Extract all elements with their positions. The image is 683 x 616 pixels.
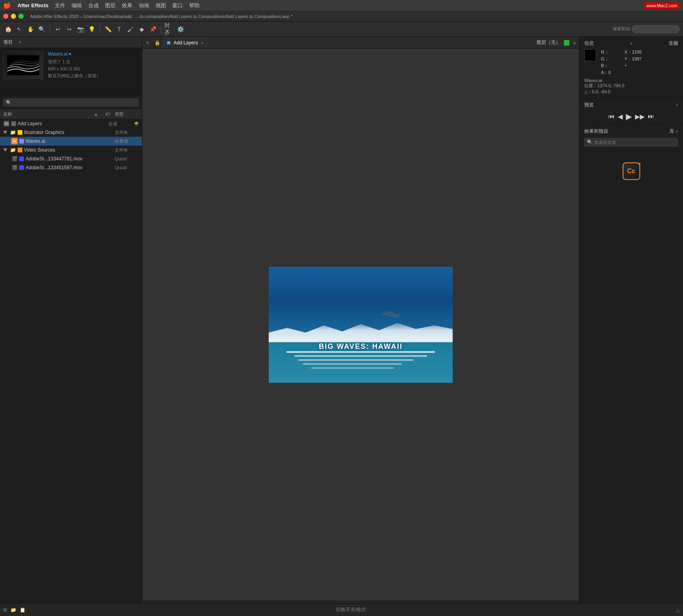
bottom-icon-2[interactable]: 📁: [10, 607, 16, 613]
page-bottom-bar: ⊞ 📁 📋 切换开关/模式 △: [0, 603, 683, 616]
info-section: 信息 ≡ 音频 R： X：1295 G： Y：1397 B： + A：0: [579, 37, 683, 98]
frame-fwd-button[interactable]: ▶▶: [635, 113, 645, 120]
label-color: [19, 139, 24, 144]
switch-mode-label[interactable]: 切换开关/模式: [29, 606, 673, 613]
folder-icon: 📁: [10, 129, 16, 136]
green-square-indicator: [564, 40, 569, 46]
file-type-label: Quick!: [115, 165, 139, 170]
file-name-label: Add Layers: [18, 121, 107, 126]
home-icon[interactable]: 🏠: [3, 24, 13, 34]
hand-icon[interactable]: ✋: [26, 24, 35, 34]
bottom-icon-1[interactable]: ⊞: [3, 607, 7, 613]
expand-icon[interactable]: △: [676, 607, 680, 613]
cc-close-icon[interactable]: ✕: [638, 162, 641, 166]
file-name-label: Waves.ai: [26, 138, 113, 144]
menu-view[interactable]: 视图: [156, 2, 166, 9]
comp-tab-menu[interactable]: ≡: [201, 41, 204, 45]
menu-window[interactable]: 窗口: [172, 2, 183, 9]
window-title: Adobe After Effects 2020 – /Users/mac/De…: [30, 14, 292, 19]
skip-fwd-button[interactable]: ⏭: [648, 113, 654, 120]
label-color: [18, 130, 22, 135]
project-title: 项目: [3, 39, 13, 46]
folder-icon: 📁: [10, 147, 16, 153]
puppet-icon[interactable]: 📌: [148, 24, 158, 34]
a-label: A：0: [601, 70, 618, 76]
wave-line-5: [311, 367, 394, 369]
col-name-header: 名称: [3, 111, 93, 117]
comp-canvas: BIG WAVES: HAWAII: [269, 267, 453, 383]
select-icon[interactable]: ↖: [14, 24, 24, 34]
menu-comp[interactable]: 合成: [88, 2, 99, 9]
list-item[interactable]: 📁 Video Sources 文件夹: [0, 146, 142, 154]
settings-icon[interactable]: ⚙️: [176, 24, 185, 34]
align-icon[interactable]: 対齐: [164, 24, 174, 34]
cc-logo-text: Cc: [627, 168, 635, 175]
plus-sign: +: [625, 63, 642, 69]
bottom-icon-3[interactable]: 📋: [20, 607, 26, 613]
camera-icon[interactable]: 📷: [76, 24, 85, 34]
play-button[interactable]: ▶: [626, 112, 632, 121]
preview-menu[interactable]: ≡: [676, 103, 678, 107]
stamp-icon[interactable]: ◆: [137, 24, 146, 34]
lock-icon[interactable]: 🔒: [154, 40, 160, 46]
main-area: 项目 ≡: [0, 37, 683, 615]
menu-file[interactable]: 文件: [55, 2, 65, 9]
menu-animation[interactable]: 动画: [139, 2, 149, 9]
pen-icon[interactable]: ✏️: [103, 24, 113, 34]
effects-search-input[interactable]: [594, 140, 675, 145]
audio-title: 音频: [669, 40, 678, 47]
file-name-label: Video Sources: [24, 147, 113, 153]
asset-position-info: Waves.ai 位置：1374.0, 796.0 △：0.0, -84.0: [584, 78, 678, 95]
frame-back-button[interactable]: ◀: [618, 113, 623, 120]
expand-arrow[interactable]: [3, 148, 7, 152]
text-icon[interactable]: T: [114, 24, 124, 34]
comp-tab-add-layers[interactable]: Add Layers ≡: [164, 38, 207, 47]
main-toolbar: 🏠 ↖ ✋ 🔍 ↩ ↪ 📷 💡 ✏️ T 🖌️ ◆ 📌 対齐 ⚙️ 搜索帮助: [0, 22, 683, 37]
effects-menu[interactable]: ≡: [676, 129, 678, 134]
comp-tab-label: Add Layers: [174, 40, 198, 46]
composition-panel: ✕ 🔒 Add Layers ≡ 图层（无） »: [142, 37, 579, 615]
project-menu-icon[interactable]: ≡: [19, 40, 22, 44]
undo-icon[interactable]: ↩: [53, 24, 63, 34]
list-item[interactable]: 🎬 AdobeSt...133447791.mov Quick!: [0, 154, 142, 163]
menu-edit[interactable]: 编辑: [72, 2, 82, 9]
minimize-button[interactable]: [11, 14, 16, 19]
redo-icon[interactable]: ↪: [64, 24, 74, 34]
thumb-inner: [4, 52, 43, 79]
skip-back-button[interactable]: ⏮: [608, 113, 615, 120]
light-icon[interactable]: 💡: [87, 24, 96, 34]
comp-tabs-right: 图层（无） »: [537, 39, 576, 46]
file-type-label: 文件夹: [115, 130, 139, 136]
close-button[interactable]: [3, 14, 8, 19]
list-item[interactable]: Add Layers 合成 🌳: [0, 119, 142, 128]
menu-right: www.MacZ.com: [644, 2, 680, 9]
info-menu[interactable]: ≡: [630, 41, 633, 46]
mov-icon: 🎬: [11, 156, 18, 162]
list-item[interactable]: 📁 Illustrator Graphics 文件夹: [0, 128, 142, 137]
effects-search-bar[interactable]: 🔍: [584, 138, 678, 146]
effects-search-icon: 🔍: [587, 140, 593, 145]
list-item[interactable]: 🎬 AdobeSt...133451587.mov Quick!: [0, 163, 142, 172]
col-type-header: 类型: [115, 111, 139, 117]
menu-help[interactable]: 帮助: [189, 2, 200, 9]
sort-icon[interactable]: ▲: [93, 111, 105, 117]
tag-icon: 🏷: [105, 112, 115, 116]
preview-header: 预览 ≡: [584, 102, 678, 108]
search-wrap[interactable]: 🔍: [3, 98, 139, 106]
menu-effects[interactable]: 效果: [122, 2, 132, 9]
label-color: [19, 156, 24, 161]
expand-arrow[interactable]: [3, 131, 7, 134]
ai-icon: Ai: [11, 138, 18, 144]
project-file-list: Add Layers 合成 🌳 📁 Illustrator Graphics 文…: [0, 119, 142, 602]
close-tab-icon[interactable]: ✕: [146, 40, 150, 46]
fullscreen-button[interactable]: [18, 14, 24, 19]
toolbar-search[interactable]: [632, 25, 680, 33]
list-item[interactable]: Ai Waves.ai 矢量插: [0, 137, 142, 146]
expand-panel-icon[interactable]: »: [573, 40, 576, 46]
menu-layer[interactable]: 图层: [105, 2, 116, 9]
project-search-input[interactable]: [13, 100, 136, 105]
zoom-icon[interactable]: 🔍: [37, 24, 46, 34]
apple-menu[interactable]: 🍎: [3, 2, 11, 9]
project-search-bar: 🔍: [0, 96, 142, 109]
brush-icon[interactable]: 🖌️: [126, 24, 135, 34]
